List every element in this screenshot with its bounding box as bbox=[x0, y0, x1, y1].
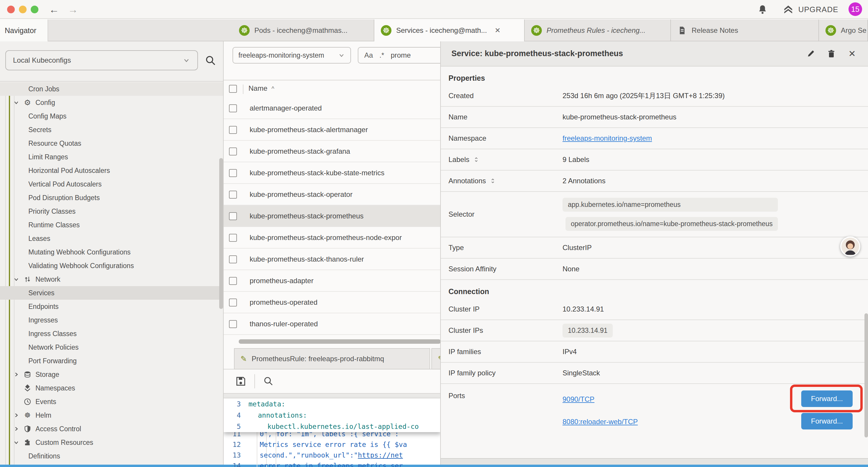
row-checkbox[interactable] bbox=[229, 298, 237, 307]
sidebar-item-limit-ranges[interactable]: Limit Ranges bbox=[0, 150, 224, 164]
helm-wheel-icon: ☸ bbox=[23, 411, 32, 419]
sidebar-item-config-maps[interactable]: Config Maps bbox=[0, 109, 224, 123]
details-horizontal-scrollbar[interactable] bbox=[441, 458, 868, 465]
sidebar-item-validating-webhook-configurations[interactable]: Validating Webhook Configurations bbox=[0, 259, 224, 272]
detail-value-link[interactable]: freeleaps-monitoring-system bbox=[562, 134, 652, 143]
sidebar-item-port-forwarding[interactable]: Port Forwarding bbox=[0, 354, 224, 368]
back-arrow-icon[interactable]: ← bbox=[49, 4, 59, 16]
sidebar-item-events[interactable]: Events bbox=[0, 395, 224, 408]
sidebar-item-custom-resources[interactable]: Custom Resources bbox=[0, 436, 224, 449]
sidebar-item-namespaces[interactable]: Namespaces bbox=[0, 381, 224, 395]
editor-search-icon[interactable] bbox=[262, 375, 275, 387]
table-row[interactable]: prometheus-operated bbox=[224, 292, 441, 313]
sidebar-item-leases[interactable]: Leases bbox=[0, 232, 224, 245]
forward-button[interactable]: Forward... bbox=[801, 413, 852, 430]
horizontal-scrollbar[interactable] bbox=[239, 339, 441, 344]
chevron-down-icon[interactable] bbox=[13, 439, 20, 446]
sort-icon[interactable] bbox=[473, 156, 479, 163]
kubeconfig-selector[interactable]: Local Kubeconfigs bbox=[5, 50, 198, 70]
row-checkbox[interactable] bbox=[229, 255, 237, 263]
navigator-panel-tab[interactable]: Navigator bbox=[0, 20, 48, 41]
notifications-bell-icon[interactable] bbox=[757, 4, 768, 16]
table-row[interactable]: alertmanager-operated bbox=[224, 97, 441, 119]
name-column-header[interactable]: Name^ bbox=[248, 84, 274, 92]
sidebar-item-resource-quotas[interactable]: Resource Quotas bbox=[0, 137, 224, 150]
namespace-selector[interactable]: freeleaps-monitoring-system bbox=[232, 47, 351, 63]
tab-services-icecheng-math[interactable]: ☸Services - icecheng@math...✕ bbox=[374, 20, 525, 41]
select-all-checkbox[interactable] bbox=[229, 85, 237, 93]
row-checkbox[interactable] bbox=[229, 147, 237, 155]
close-icon[interactable]: ✕ bbox=[847, 49, 857, 59]
sidebar-item-cron-jobs[interactable]: Cron Jobs bbox=[0, 82, 224, 96]
search-icon[interactable] bbox=[205, 54, 216, 66]
tab-release-notes[interactable]: Release Notes bbox=[671, 20, 819, 41]
tab-argo-se[interactable]: ☸Argo Se bbox=[819, 20, 868, 41]
table-row[interactable]: kube-prometheus-stack-prometheus-node-ex… bbox=[224, 227, 441, 249]
row-checkbox[interactable] bbox=[229, 320, 237, 328]
name-filter-input[interactable]: Aa .* prome bbox=[358, 47, 441, 63]
row-checkbox[interactable] bbox=[229, 191, 237, 199]
sidebar-item-runtime-classes[interactable]: Runtime Classes bbox=[0, 218, 224, 232]
sidebar-item-ingress-classes[interactable]: Ingress Classes bbox=[0, 327, 224, 341]
details-vertical-scrollbar[interactable] bbox=[864, 313, 868, 437]
port-link[interactable]: 8080:reloader-web/TCP bbox=[562, 418, 638, 426]
sidebar-item-endpoints[interactable]: Endpoints bbox=[0, 300, 224, 313]
editor-tab-prometheusrule[interactable]: ✎ PrometheusRule: freeleaps-prod-rabbitm… bbox=[234, 348, 430, 370]
edit-pencil-icon[interactable] bbox=[805, 49, 816, 59]
row-checkbox[interactable] bbox=[229, 234, 237, 242]
notification-count-badge[interactable]: 15 bbox=[848, 2, 862, 16]
row-checkbox[interactable] bbox=[229, 169, 237, 177]
row-checkbox[interactable] bbox=[229, 277, 237, 285]
port-link[interactable]: 9090/TCP bbox=[562, 395, 594, 404]
table-row[interactable]: kube-prometheus-stack-grafana bbox=[224, 141, 441, 162]
editor-tab-next-partial[interactable]: ✎ bbox=[431, 348, 441, 370]
save-icon[interactable] bbox=[235, 375, 247, 387]
chevron-right-icon[interactable] bbox=[13, 426, 20, 432]
sidebar-item-ingresses[interactable]: Ingresses bbox=[0, 313, 224, 327]
code-link[interactable]: https://net bbox=[358, 451, 403, 459]
sidebar-item-priority-classes[interactable]: Priority Classes bbox=[0, 205, 224, 218]
row-checkbox[interactable] bbox=[229, 126, 237, 134]
sidebar-item-storage[interactable]: Storage bbox=[0, 368, 224, 381]
zoom-window-button[interactable] bbox=[31, 6, 38, 13]
row-checkbox[interactable] bbox=[229, 212, 237, 220]
sidebar-item-network-policies[interactable]: Network Policies bbox=[0, 341, 224, 354]
sidebar-item-config[interactable]: ⚙Config bbox=[0, 96, 224, 109]
forward-arrow-icon[interactable]: → bbox=[68, 4, 78, 16]
row-checkbox[interactable] bbox=[229, 104, 237, 112]
chevron-down-icon[interactable] bbox=[13, 276, 20, 283]
yaml-editor[interactable]: 110", for: "1m", labels :{ service : 12M… bbox=[224, 399, 441, 466]
sidebar-scrollbar[interactable] bbox=[219, 158, 223, 309]
regex-icon[interactable]: .* bbox=[379, 51, 384, 59]
tab-pods-icecheng-mathmas[interactable]: ☸Pods - icecheng@mathmas... bbox=[232, 20, 374, 41]
sidebar-item-helm[interactable]: ☸Helm bbox=[0, 408, 224, 422]
sidebar-item-network[interactable]: Network bbox=[0, 272, 224, 286]
table-row[interactable]: thanos-ruler-operated bbox=[224, 313, 441, 335]
sidebar-item-horizontal-pod-autoscalers[interactable]: Horizontal Pod Autoscalers bbox=[0, 164, 224, 177]
table-row[interactable]: kube-prometheus-stack-kube-state-metrics bbox=[224, 162, 441, 184]
match-case-icon[interactable]: Aa bbox=[364, 51, 373, 59]
table-row[interactable]: kube-prometheus-stack-operator bbox=[224, 184, 441, 205]
chevron-right-icon[interactable] bbox=[13, 371, 20, 378]
sidebar-item-pod-disruption-budgets[interactable]: Pod Disruption Budgets bbox=[0, 191, 224, 205]
chevron-right-icon[interactable] bbox=[13, 412, 20, 418]
sidebar-item-definitions[interactable]: Definitions bbox=[0, 449, 224, 463]
table-row[interactable]: kube-prometheus-stack-thanos-ruler bbox=[224, 249, 441, 270]
chevron-down-icon[interactable] bbox=[13, 99, 20, 106]
sidebar-item-secrets[interactable]: Secrets bbox=[0, 123, 224, 137]
delete-trash-icon[interactable] bbox=[826, 49, 837, 59]
upgrade-button[interactable]: UPGRADE bbox=[782, 4, 838, 16]
minimize-window-button[interactable] bbox=[19, 6, 27, 13]
table-row[interactable]: kube-prometheus-stack-alertmanager bbox=[224, 119, 441, 141]
sidebar-item-vertical-pod-autoscalers[interactable]: Vertical Pod Autoscalers bbox=[0, 177, 224, 191]
avatar[interactable] bbox=[840, 236, 860, 257]
sidebar-item-mutating-webhook-configurations[interactable]: Mutating Webhook Configurations bbox=[0, 245, 224, 259]
sidebar-item-services[interactable]: Services bbox=[0, 286, 224, 300]
close-window-button[interactable] bbox=[7, 6, 15, 13]
sidebar-item-access-control[interactable]: Access Control bbox=[0, 422, 224, 436]
close-icon[interactable]: ✕ bbox=[495, 26, 500, 35]
tab-prometheus-rules-icecheng[interactable]: ☸Prometheus Rules - icecheng... bbox=[525, 20, 671, 41]
sort-icon[interactable] bbox=[490, 178, 496, 184]
table-row[interactable]: prometheus-adapter bbox=[224, 270, 441, 292]
table-row[interactable]: kube-prometheus-stack-prometheus bbox=[224, 205, 441, 227]
